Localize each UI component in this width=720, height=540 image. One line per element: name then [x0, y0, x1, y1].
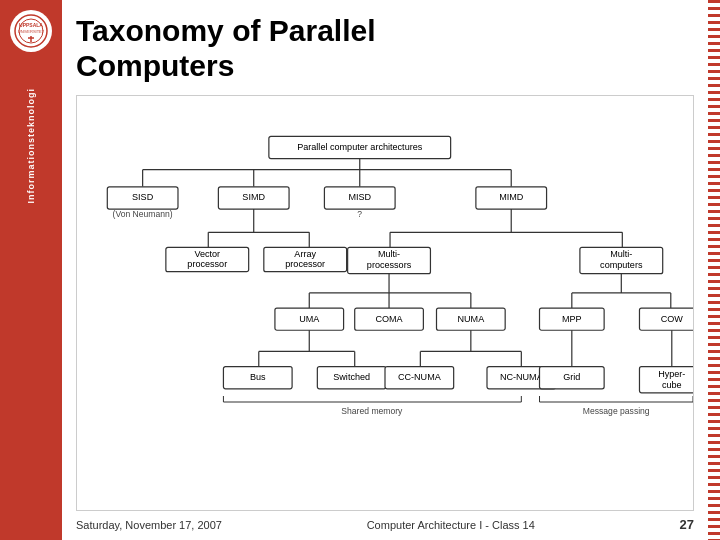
node-multi-comp2: computers	[600, 260, 643, 270]
taxonomy-diagram: Parallel computer architectures SISD (Vo…	[77, 96, 693, 510]
node-cc-numa: CC-NUMA	[398, 372, 442, 382]
node-nc-numa: NC-NUMA	[500, 372, 544, 382]
node-uma: UMA	[299, 314, 320, 324]
node-mpp: MPP	[562, 314, 582, 324]
university-logo: UPPSALA UNIVERSITET	[10, 10, 52, 52]
node-cow: COW	[661, 314, 684, 324]
node-multi-proc2: processors	[367, 260, 412, 270]
footer-page: 27	[680, 517, 694, 532]
node-simd: SIMD	[242, 192, 265, 202]
sidebar: UPPSALA UNIVERSITET Informationsteknolog…	[0, 0, 62, 540]
diagram-area: Parallel computer architectures SISD (Vo…	[76, 95, 694, 511]
node-bus: Bus	[250, 372, 266, 382]
slide-title: Taxonomy of ParallelComputers	[76, 14, 694, 83]
footer-date: Saturday, November 17, 2007	[76, 519, 222, 531]
node-hyper2: cube	[662, 380, 682, 390]
node-vector2: processor	[187, 259, 227, 269]
node-root: Parallel computer architectures	[297, 142, 423, 152]
label-shared-memory: Shared memory	[341, 406, 403, 416]
logo-area: UPPSALA UNIVERSITET	[10, 10, 52, 58]
node-sisd: SISD	[132, 192, 154, 202]
node-grid: Grid	[563, 372, 580, 382]
footer: Saturday, November 17, 2007 Computer Arc…	[76, 517, 694, 532]
node-numa: NUMA	[457, 314, 485, 324]
node-array: Array	[294, 249, 316, 259]
label-question: ?	[357, 209, 362, 219]
node-array2: processor	[285, 259, 325, 269]
node-multi-proc: Multi-	[378, 249, 400, 259]
label-message-passing: Message passing	[583, 406, 650, 416]
main-content: Taxonomy of ParallelComputers Parallel c…	[62, 0, 708, 540]
node-switched: Switched	[333, 372, 370, 382]
label-von-neumann: (Von Neumann)	[113, 209, 173, 219]
node-multi-comp: Multi-	[610, 249, 632, 259]
node-hyper1: Hyper-	[658, 369, 685, 379]
svg-text:UNIVERSITET: UNIVERSITET	[18, 29, 45, 34]
right-border	[708, 0, 720, 540]
sidebar-label: Informationsteknologi	[26, 88, 36, 204]
footer-course: Computer Architecture I - Class 14	[367, 519, 535, 531]
title-text: Taxonomy of ParallelComputers	[76, 14, 376, 82]
svg-text:UPPSALA: UPPSALA	[19, 22, 43, 28]
node-mimd: MIMD	[499, 192, 524, 202]
node-misd: MISD	[348, 192, 371, 202]
node-vector: Vector	[194, 249, 220, 259]
node-coma: COMA	[375, 314, 403, 324]
